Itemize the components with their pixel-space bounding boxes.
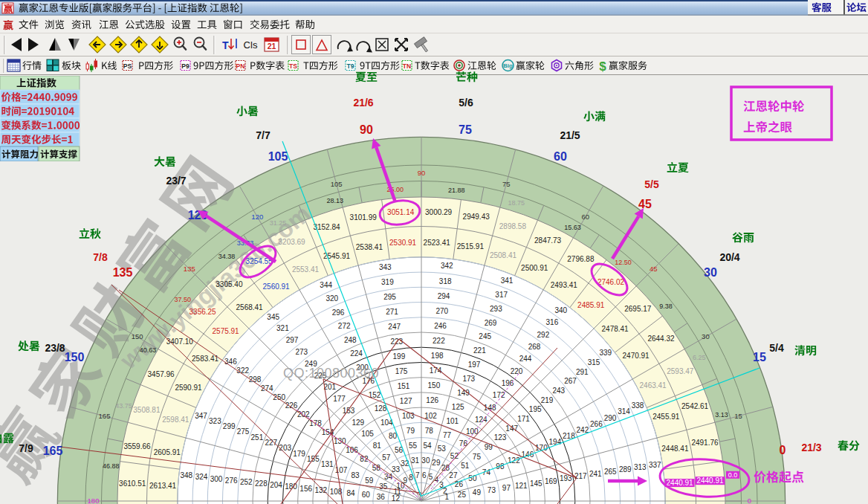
svg-text:2470.91: 2470.91 xyxy=(623,352,650,360)
svg-text:105: 105 xyxy=(268,150,288,163)
svg-text:224: 224 xyxy=(350,349,363,358)
svg-text:51: 51 xyxy=(461,462,470,470)
svg-text:3610.51: 3610.51 xyxy=(119,479,146,488)
svg-text:54: 54 xyxy=(424,442,433,450)
svg-text:270: 270 xyxy=(435,307,448,315)
svg-text:2500.91: 2500.91 xyxy=(521,264,548,272)
svg-text:123: 123 xyxy=(494,433,507,442)
svg-text:317: 317 xyxy=(495,291,508,299)
svg-text:0: 0 xyxy=(748,497,751,504)
svg-text:$: $ xyxy=(599,59,606,74)
svg-text:3.13: 3.13 xyxy=(715,411,728,419)
svg-text:30: 30 xyxy=(704,266,717,279)
svg-text:267: 267 xyxy=(564,377,577,385)
svg-text:3101.99: 3101.99 xyxy=(350,213,378,222)
svg-text:PS: PS xyxy=(123,62,132,70)
svg-text:23/7: 23/7 xyxy=(166,175,186,187)
svg-text:102: 102 xyxy=(424,412,437,420)
svg-text:175: 175 xyxy=(395,367,408,375)
svg-text:127: 127 xyxy=(400,397,412,405)
svg-text:220: 220 xyxy=(511,367,523,375)
svg-text:Cls: Cls xyxy=(244,39,258,51)
svg-text:153: 153 xyxy=(343,407,355,415)
svg-text:9.38: 9.38 xyxy=(659,303,673,310)
svg-text:21.88: 21.88 xyxy=(448,187,465,194)
svg-text:251: 251 xyxy=(251,433,264,442)
svg-text:2493.41: 2493.41 xyxy=(551,281,578,289)
svg-text:2949.43: 2949.43 xyxy=(463,213,490,221)
svg-text:337: 337 xyxy=(649,461,661,469)
svg-text:347: 347 xyxy=(195,412,207,420)
svg-text:297: 297 xyxy=(286,336,299,344)
svg-text:55: 55 xyxy=(409,442,418,450)
svg-text:12.50: 12.50 xyxy=(615,259,632,266)
svg-text:79: 79 xyxy=(407,427,415,435)
svg-text:291: 291 xyxy=(576,368,589,376)
svg-text:2553.41: 2553.41 xyxy=(292,265,320,274)
svg-text:344: 344 xyxy=(320,281,332,289)
svg-text:37.50: 37.50 xyxy=(175,296,192,303)
svg-text:60: 60 xyxy=(554,150,567,163)
svg-text:2463.41: 2463.41 xyxy=(640,381,667,390)
svg-text:131: 131 xyxy=(321,460,334,468)
svg-text:170: 170 xyxy=(535,444,548,452)
svg-text:23/8: 23/8 xyxy=(45,342,65,354)
svg-text:171: 171 xyxy=(517,415,530,423)
svg-text:177: 177 xyxy=(333,395,346,403)
svg-text:343: 343 xyxy=(379,263,392,271)
svg-text:228: 228 xyxy=(255,479,268,488)
svg-text:81: 81 xyxy=(373,442,382,450)
svg-text:290: 290 xyxy=(604,414,617,422)
svg-text:315: 315 xyxy=(588,358,600,366)
svg-text:7: 7 xyxy=(415,471,420,479)
svg-text:3559.66: 3559.66 xyxy=(123,442,151,450)
svg-text:46.88: 46.88 xyxy=(103,462,120,470)
svg-text:340: 340 xyxy=(554,306,567,314)
svg-text:320: 320 xyxy=(326,294,338,303)
svg-text:34.38: 34.38 xyxy=(218,253,236,260)
svg-text:2523.41: 2523.41 xyxy=(424,239,451,247)
svg-text:165: 165 xyxy=(43,445,63,457)
svg-text:30: 30 xyxy=(702,332,710,340)
svg-text:226: 226 xyxy=(285,401,298,410)
svg-text:29: 29 xyxy=(432,459,441,467)
svg-text:75: 75 xyxy=(502,180,511,188)
svg-text:2542.61: 2542.61 xyxy=(681,402,709,410)
svg-text:180: 180 xyxy=(88,497,100,504)
svg-text:293: 293 xyxy=(490,305,502,313)
svg-text:2508.41: 2508.41 xyxy=(490,251,517,259)
svg-text:246: 246 xyxy=(434,322,447,330)
svg-text:265: 265 xyxy=(604,468,617,476)
svg-text:3508.81: 3508.81 xyxy=(133,406,161,414)
svg-text:35: 35 xyxy=(379,482,388,491)
svg-text:219: 219 xyxy=(541,396,554,404)
svg-text:292: 292 xyxy=(537,331,550,339)
svg-text:319: 319 xyxy=(381,278,394,286)
svg-text:151: 151 xyxy=(398,382,410,390)
svg-text:145: 145 xyxy=(530,479,542,488)
svg-text:49: 49 xyxy=(473,488,482,497)
svg-text:106: 106 xyxy=(346,446,358,454)
svg-text:2455.91: 2455.91 xyxy=(652,413,680,421)
svg-text:2478.41: 2478.41 xyxy=(602,325,629,333)
svg-text:128: 128 xyxy=(375,404,387,413)
svg-text:296: 296 xyxy=(332,308,345,317)
svg-text:2605.91: 2605.91 xyxy=(154,448,181,456)
svg-text:2515.91: 2515.91 xyxy=(457,242,485,251)
svg-text:101: 101 xyxy=(446,417,459,425)
svg-text:75: 75 xyxy=(459,123,472,136)
svg-text:21/5: 21/5 xyxy=(560,129,580,141)
svg-text:2560.91: 2560.91 xyxy=(263,282,291,291)
svg-text:45: 45 xyxy=(638,198,652,210)
svg-text:172: 172 xyxy=(493,391,505,399)
svg-text:57: 57 xyxy=(382,453,391,462)
svg-text:346: 346 xyxy=(224,358,237,366)
svg-text:2491.76: 2491.76 xyxy=(691,439,719,447)
svg-text:15: 15 xyxy=(734,412,742,420)
svg-text:83: 83 xyxy=(351,471,360,479)
svg-text:348: 348 xyxy=(180,471,192,479)
svg-text:3356.25: 3356.25 xyxy=(190,308,217,316)
svg-text:221: 221 xyxy=(473,346,486,355)
svg-text:245: 245 xyxy=(479,332,491,340)
svg-text:6: 6 xyxy=(422,471,427,479)
